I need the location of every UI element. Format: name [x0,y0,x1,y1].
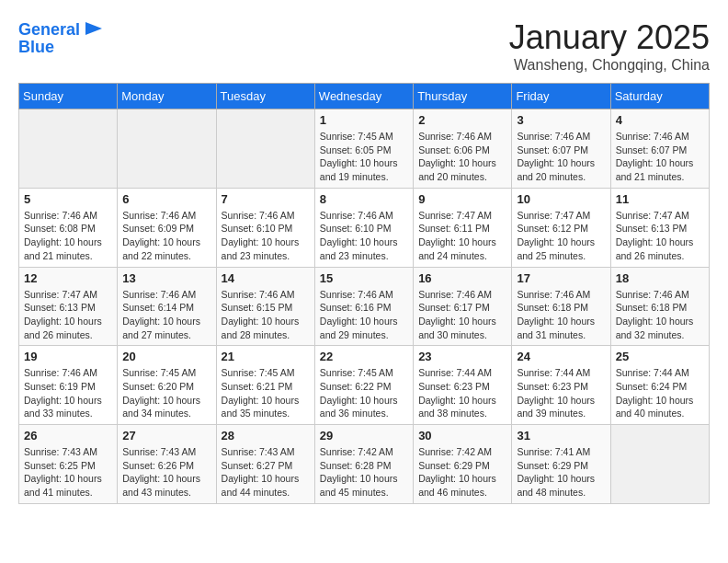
day-number: 19 [24,350,112,363]
day-info: Sunrise: 7:46 AMSunset: 6:17 PMDaylight:… [418,288,506,342]
day-info: Sunrise: 7:47 AMSunset: 6:13 PMDaylight:… [616,209,704,263]
day-info: Sunrise: 7:41 AMSunset: 6:29 PMDaylight:… [517,445,605,500]
calendar-cell: 10Sunrise: 7:47 AMSunset: 6:12 PMDayligh… [512,188,610,267]
svg-marker-0 [85,22,102,35]
calendar-cell: 4Sunrise: 7:46 AMSunset: 6:07 PMDaylight… [610,109,709,189]
day-info: Sunrise: 7:46 AMSunset: 6:07 PMDaylight:… [517,130,605,184]
day-number: 24 [517,350,605,363]
week-row-1: 1Sunrise: 7:45 AMSunset: 6:05 PMDaylight… [19,109,710,189]
day-info: Sunrise: 7:43 AMSunset: 6:27 PMDaylight:… [222,445,310,500]
day-number: 31 [517,429,605,442]
day-number: 5 [24,192,112,206]
day-info: Sunrise: 7:42 AMSunset: 6:28 PMDaylight:… [320,445,408,500]
day-number: 4 [616,113,704,127]
day-number: 3 [517,113,605,127]
day-info: Sunrise: 7:45 AMSunset: 6:21 PMDaylight:… [222,366,310,420]
day-info: Sunrise: 7:43 AMSunset: 6:25 PMDaylight:… [24,445,112,500]
calendar-cell: 31Sunrise: 7:41 AMSunset: 6:29 PMDayligh… [512,425,610,504]
calendar-cell: 22Sunrise: 7:45 AMSunset: 6:22 PMDayligh… [314,346,413,425]
day-info: Sunrise: 7:46 AMSunset: 6:18 PMDaylight:… [616,288,704,342]
day-number: 27 [122,429,210,442]
calendar-cell: 30Sunrise: 7:42 AMSunset: 6:29 PMDayligh… [414,425,512,504]
day-info: Sunrise: 7:45 AMSunset: 6:05 PMDaylight:… [320,130,408,184]
day-number: 21 [222,350,310,363]
calendar-cell: 8Sunrise: 7:46 AMSunset: 6:10 PMDaylight… [314,188,413,267]
day-info: Sunrise: 7:45 AMSunset: 6:22 PMDaylight:… [320,366,408,420]
calendar-cell: 13Sunrise: 7:46 AMSunset: 6:14 PMDayligh… [118,267,216,346]
calendar-cell: 28Sunrise: 7:43 AMSunset: 6:27 PMDayligh… [216,425,314,504]
calendar-cell: 19Sunrise: 7:46 AMSunset: 6:19 PMDayligh… [19,346,118,425]
day-number: 17 [517,271,605,285]
calendar-cell: 11Sunrise: 7:47 AMSunset: 6:13 PMDayligh… [610,188,709,267]
calendar-cell [19,109,118,189]
calendar-cell: 24Sunrise: 7:44 AMSunset: 6:23 PMDayligh… [512,346,610,425]
day-info: Sunrise: 7:46 AMSunset: 6:15 PMDaylight:… [222,288,310,342]
day-info: Sunrise: 7:46 AMSunset: 6:06 PMDaylight:… [418,130,506,184]
day-number: 29 [320,429,408,442]
calendar-cell [216,109,314,189]
calendar-cell: 27Sunrise: 7:43 AMSunset: 6:26 PMDayligh… [118,425,216,504]
calendar-cell: 12Sunrise: 7:47 AMSunset: 6:13 PMDayligh… [19,267,118,346]
day-number: 18 [616,271,704,285]
page-header: General Blue January 2025 Wansheng, Chon… [18,18,710,74]
day-info: Sunrise: 7:44 AMSunset: 6:23 PMDaylight:… [418,366,506,420]
weekday-header-monday: Monday [118,84,216,109]
day-info: Sunrise: 7:46 AMSunset: 6:07 PMDaylight:… [616,130,704,184]
calendar-cell: 23Sunrise: 7:44 AMSunset: 6:23 PMDayligh… [414,346,512,425]
calendar-cell: 2Sunrise: 7:46 AMSunset: 6:06 PMDaylight… [414,109,512,189]
calendar-cell: 26Sunrise: 7:43 AMSunset: 6:25 PMDayligh… [19,425,118,504]
day-info: Sunrise: 7:43 AMSunset: 6:26 PMDaylight:… [122,445,210,500]
day-info: Sunrise: 7:46 AMSunset: 6:10 PMDaylight:… [320,209,408,263]
calendar-table: SundayMondayTuesdayWednesdayThursdayFrid… [18,83,710,504]
day-number: 7 [222,192,310,206]
logo-text: General [18,21,80,40]
day-info: Sunrise: 7:42 AMSunset: 6:29 PMDaylight:… [418,445,506,500]
weekday-header-thursday: Thursday [414,84,512,109]
day-info: Sunrise: 7:46 AMSunset: 6:16 PMDaylight:… [320,288,408,342]
calendar-cell: 3Sunrise: 7:46 AMSunset: 6:07 PMDaylight… [512,109,610,189]
calendar-cell [118,109,216,189]
weekday-header-tuesday: Tuesday [216,84,314,109]
month-title: January 2025 [509,18,710,57]
calendar-cell: 15Sunrise: 7:46 AMSunset: 6:16 PMDayligh… [314,267,413,346]
day-number: 6 [122,192,210,206]
day-info: Sunrise: 7:44 AMSunset: 6:24 PMDaylight:… [616,366,704,420]
weekday-header-friday: Friday [512,84,610,109]
day-number: 25 [616,350,704,363]
day-info: Sunrise: 7:46 AMSunset: 6:19 PMDaylight:… [24,366,112,420]
calendar-cell: 5Sunrise: 7:46 AMSunset: 6:08 PMDaylight… [19,188,118,267]
day-number: 12 [24,271,112,285]
day-info: Sunrise: 7:47 AMSunset: 6:13 PMDaylight:… [24,288,112,342]
logo-blue-text: Blue [18,39,54,57]
day-info: Sunrise: 7:46 AMSunset: 6:08 PMDaylight:… [24,209,112,263]
location-title: Wansheng, Chongqing, China [509,57,710,74]
calendar-cell: 18Sunrise: 7:46 AMSunset: 6:18 PMDayligh… [610,267,709,346]
day-info: Sunrise: 7:45 AMSunset: 6:20 PMDaylight:… [122,366,210,420]
week-row-4: 19Sunrise: 7:46 AMSunset: 6:19 PMDayligh… [19,346,710,425]
calendar-cell: 17Sunrise: 7:46 AMSunset: 6:18 PMDayligh… [512,267,610,346]
week-row-5: 26Sunrise: 7:43 AMSunset: 6:25 PMDayligh… [19,425,710,504]
title-section: January 2025 Wansheng, Chongqing, China [509,18,710,74]
calendar-cell [610,425,709,504]
day-number: 15 [320,271,408,285]
weekday-header-row: SundayMondayTuesdayWednesdayThursdayFrid… [19,84,710,109]
day-number: 22 [320,350,408,363]
day-number: 1 [320,113,408,127]
weekday-header-sunday: Sunday [19,84,118,109]
day-info: Sunrise: 7:46 AMSunset: 6:18 PMDaylight:… [517,288,605,342]
day-number: 26 [24,429,112,442]
day-number: 9 [418,192,506,206]
logo: General Blue [18,18,104,57]
day-number: 2 [418,113,506,127]
day-number: 30 [418,429,506,442]
day-number: 20 [122,350,210,363]
calendar-cell: 20Sunrise: 7:45 AMSunset: 6:20 PMDayligh… [118,346,216,425]
day-number: 14 [222,271,310,285]
calendar-cell: 6Sunrise: 7:46 AMSunset: 6:09 PMDaylight… [118,188,216,267]
day-info: Sunrise: 7:47 AMSunset: 6:11 PMDaylight:… [418,209,506,263]
day-number: 16 [418,271,506,285]
calendar-cell: 21Sunrise: 7:45 AMSunset: 6:21 PMDayligh… [216,346,314,425]
calendar-cell: 25Sunrise: 7:44 AMSunset: 6:24 PMDayligh… [610,346,709,425]
calendar-cell: 16Sunrise: 7:46 AMSunset: 6:17 PMDayligh… [414,267,512,346]
weekday-header-wednesday: Wednesday [314,84,413,109]
